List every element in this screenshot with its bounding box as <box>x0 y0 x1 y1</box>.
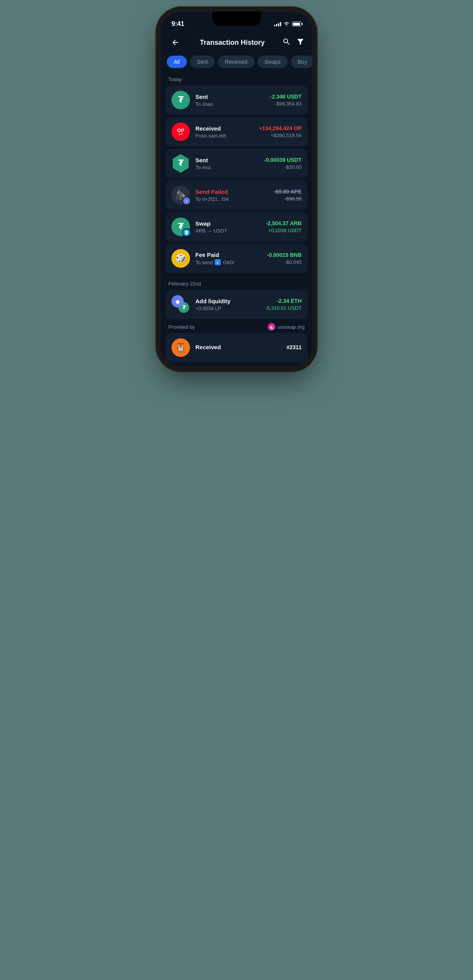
tx-amount-secondary: -$20.00 <box>264 164 302 170</box>
tx-amounts: #2311 <box>287 344 302 352</box>
tx-amount-secondary: -$96.55 <box>274 196 302 202</box>
tx-amounts: -2,504.37 ARB +0.1028 USDT <box>266 220 302 233</box>
list-item[interactable]: ₮ Sent To Ana -0.00039 USDT -$20.00 <box>165 149 308 178</box>
provided-by-label: Provided by <box>168 324 195 330</box>
tx-subtitle: To Joao <box>195 101 264 107</box>
tx-icon-ape: 🦍 Ξ <box>171 186 190 204</box>
wifi-icon <box>283 22 290 26</box>
tab-buy[interactable]: Buy <box>291 56 312 68</box>
tx-amount-primary: -69.69 APE <box>274 189 302 195</box>
tx-amounts: -0.00015 BNB -$0.045 <box>267 252 302 265</box>
transaction-list-feb22: ◆ ₮ Add liquidity +0.0034 LP -2.34 ETH -… <box>161 290 312 319</box>
tx-subtitle: +0.0034 LP <box>195 306 260 311</box>
tx-icon-add-liquidity: ◆ ₮ <box>171 295 190 314</box>
tx-subtitle: ARB → USDT <box>195 228 260 234</box>
tx-amount-secondary: +$390,519.54 <box>259 132 302 138</box>
list-item[interactable]: ◆ ₮ Add liquidity +0.0034 LP -2.34 ETH -… <box>165 290 308 319</box>
tx-title: Swap <box>195 220 260 227</box>
page-title: Transaction History <box>200 39 264 47</box>
tx-amounts: -0.00039 USDT -$20.00 <box>264 157 302 170</box>
list-item[interactable]: OP OP Received From sam.eth +134,294.424… <box>165 117 308 146</box>
tx-title: Fee Paid <box>195 251 262 258</box>
tab-swaps[interactable]: Swaps <box>258 56 288 68</box>
tx-title: Received <box>195 125 254 132</box>
tab-sent[interactable]: Sent <box>190 56 215 68</box>
tx-amount-secondary: -$0.045 <box>267 259 302 265</box>
notch <box>212 12 261 26</box>
tx-icon-op: OP OP <box>171 122 190 141</box>
tx-title: Sent <box>195 157 259 163</box>
header-actions <box>282 37 305 48</box>
section-today: Today <box>161 74 312 85</box>
tx-info: Sent To Ana <box>195 157 259 170</box>
filter-tabs: All Sent Received Swaps Buy Se... <box>161 54 312 74</box>
tx-info: Send Failed To 0×2f21...f34 <box>195 189 268 202</box>
tx-amount-secondary: -5,310.61 USDT <box>265 305 302 311</box>
tx-badge: #2311 <box>287 344 302 350</box>
tx-title: Received <box>195 344 281 350</box>
tx-amount-primary: -2.34 ETH <box>265 298 302 304</box>
tx-icon-arb: ₮ <box>171 217 190 236</box>
search-button[interactable] <box>282 37 291 48</box>
header: Transaction History <box>161 31 312 54</box>
gmx-icon: ▲ <box>215 259 221 265</box>
provided-by-site: uniswap.org <box>278 324 305 330</box>
tx-amounts: -2.34 ETH -5,310.61 USDT <box>265 298 302 311</box>
tx-subtitle: To 0×2f21...f34 <box>195 196 268 202</box>
tx-subtitle: To Ana <box>195 165 259 170</box>
tx-amount-primary: -2.346 USDT <box>270 93 302 100</box>
tx-amounts: -2.346 USDT -$99,364.83 <box>270 93 302 107</box>
list-item[interactable]: ₮ Swap ARB → USDT -2,504.37 ARB +0.1028 … <box>165 212 308 241</box>
tx-info: Add liquidity +0.0034 LP <box>195 298 260 311</box>
provided-by-value: 🦄 uniswap.org <box>268 323 305 331</box>
tx-title: Send Failed <box>195 189 268 195</box>
tx-amount-secondary: -$99,364.83 <box>270 101 302 107</box>
filter-button[interactable] <box>296 37 305 48</box>
tx-info: Received From sam.eth <box>195 125 254 139</box>
transaction-list-today: ₮ Sent To Joao -2.346 USDT -$99,364.83 O… <box>161 85 312 273</box>
tx-icon-usdt: ₮ <box>171 91 190 109</box>
tx-amount-secondary: +0.1028 USDT <box>266 228 302 233</box>
tx-info: Fee Paid To send ▲ GMX <box>195 251 262 265</box>
transaction-list-bottom: 🦉 Received #2311 <box>161 333 312 367</box>
tab-received[interactable]: Received <box>218 56 254 68</box>
eth-badge: Ξ <box>182 197 191 205</box>
tx-title: Add liquidity <box>195 298 260 304</box>
uniswap-logo: 🦄 <box>268 323 275 331</box>
section-feb22: February 22nd <box>161 279 312 290</box>
tx-title: Sent <box>195 93 264 100</box>
tx-amounts: +134,294.424 OP +$390,519.54 <box>259 125 302 138</box>
tx-icon-owl: 🦉 <box>171 338 190 357</box>
tx-amount-primary: -0.00015 BNB <box>267 252 302 258</box>
tx-amounts: -69.69 APE -$96.55 <box>274 189 302 202</box>
tx-icon-usdt2: ₮ <box>171 154 190 173</box>
tx-info: Received <box>195 344 281 352</box>
tx-amount-primary: +134,294.424 OP <box>259 125 302 131</box>
tx-subtitle: From sam.eth <box>195 133 254 139</box>
status-time: 9:41 <box>171 20 184 28</box>
tab-all[interactable]: All <box>167 56 187 68</box>
tx-icon-bnb: 🎲 <box>171 249 190 268</box>
status-icons <box>274 22 302 26</box>
list-item[interactable]: 🦉 Received #2311 <box>165 333 308 362</box>
phone-frame: 9:41 Transaction History <box>161 12 312 367</box>
arb-badge <box>182 228 191 237</box>
tx-subtitle: To send ▲ GMX <box>195 259 262 265</box>
tx-info: Sent To Joao <box>195 93 264 107</box>
tx-info: Swap ARB → USDT <box>195 220 260 234</box>
list-item[interactable]: ₮ Sent To Joao -2.346 USDT -$99,364.83 <box>165 85 308 115</box>
back-button[interactable] <box>168 36 182 49</box>
provided-by-section: Provided by 🦄 uniswap.org <box>161 319 312 333</box>
list-item[interactable]: 🎲 Fee Paid To send ▲ GMX -0.00015 BNB -$… <box>165 244 308 273</box>
battery-icon <box>292 22 302 26</box>
tx-amount-primary: -0.00039 USDT <box>264 157 302 163</box>
tx-amount-primary: -2,504.37 ARB <box>266 220 302 226</box>
list-item[interactable]: 🦍 Ξ Send Failed To 0×2f21...f34 -69.69 A… <box>165 180 308 210</box>
signal-icon <box>274 22 281 26</box>
